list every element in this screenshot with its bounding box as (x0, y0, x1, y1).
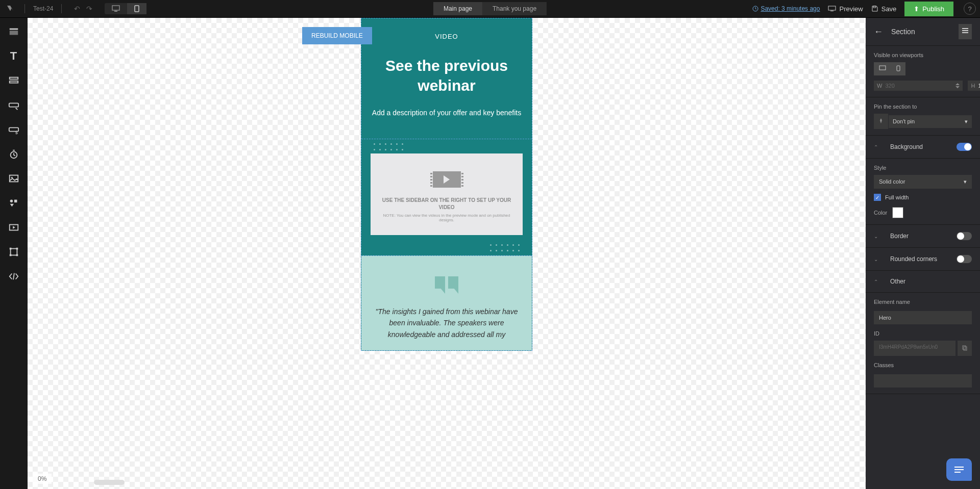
divider (24, 4, 25, 13)
video-player-section[interactable]: USE THE SIDEBAR ON THE RIGHT TO SET UP Y… (361, 139, 532, 255)
other-header[interactable]: ⌃ Other (866, 271, 980, 293)
redo-button[interactable]: ↷ (86, 5, 92, 13)
mobile-content[interactable]: VIDEO See the previous webinar Add a des… (361, 18, 532, 351)
width-stepper-down[interactable] (955, 86, 960, 88)
collapse-icon: ⌃ (874, 144, 878, 150)
background-title: Background (890, 143, 957, 150)
box-tool[interactable] (3, 241, 24, 263)
element-name-label: Element name (874, 299, 972, 305)
svg-rect-1 (114, 11, 117, 12)
help-button[interactable]: ? (964, 3, 976, 15)
visibility-section: Visible on viewports W H (866, 46, 980, 97)
timer-tool[interactable] (3, 143, 24, 165)
collapse-icon: ⌄ (874, 234, 878, 239)
svg-rect-28 (962, 30, 968, 31)
video-placeholder[interactable]: USE THE SIDEBAR ON THE RIGHT TO SET UP Y… (371, 153, 523, 235)
pin-section: Pin the section to Don't pin ▾ (866, 97, 980, 136)
svg-rect-26 (16, 254, 18, 256)
height-input[interactable] (978, 83, 980, 89)
payment-tool[interactable]: $ (3, 119, 24, 140)
svg-rect-22 (11, 249, 17, 255)
svg-rect-24 (16, 248, 18, 250)
desktop-visibility-toggle[interactable] (874, 62, 891, 75)
desktop-view-button[interactable] (105, 3, 127, 14)
tab-thank-you-page[interactable]: Thank you page (482, 2, 547, 15)
svg-rect-23 (10, 248, 12, 250)
collapse-icon: ⌃ (874, 279, 878, 285)
border-toggle[interactable] (957, 232, 972, 240)
video-title: See the previous webinar (372, 56, 522, 95)
width-input-group: W (874, 81, 963, 91)
svg-text:T: T (10, 50, 17, 62)
width-input[interactable] (885, 83, 955, 89)
mobile-visibility-toggle[interactable] (891, 62, 905, 75)
preview-label: Preview (839, 5, 863, 13)
svg-rect-0 (112, 6, 119, 10)
svg-rect-29 (962, 32, 968, 33)
undo-button[interactable]: ↶ (74, 5, 80, 13)
panel-header: ← Section (866, 18, 980, 46)
background-body: Style Solid color ▾ ✓ Full width Color (866, 159, 980, 225)
page-tabs: Main page Thank you page (433, 2, 547, 15)
pin-icon-button[interactable] (874, 114, 888, 129)
border-header[interactable]: ⌄ Border (866, 225, 980, 248)
topbar-left: Test-24 ↶ ↷ (4, 3, 146, 15)
chat-icon (954, 467, 964, 473)
style-select[interactable]: Solid color ▾ (874, 175, 972, 189)
section-tool[interactable] (3, 21, 24, 42)
svg-rect-6 (873, 6, 876, 8)
rebuild-mobile-button[interactable]: REBUILD MOBILE (302, 27, 372, 44)
width-stepper-up[interactable] (955, 83, 960, 85)
video-section[interactable]: VIDEO See the previous webinar Add a des… (361, 18, 532, 139)
classes-input[interactable] (874, 374, 972, 388)
saved-status-text: Saved: 3 minutes ago (761, 5, 820, 12)
svg-rect-20 (14, 200, 17, 203)
chat-button[interactable] (946, 458, 972, 481)
quote-icon (434, 276, 459, 296)
pin-select[interactable]: Don't pin ▾ (889, 115, 972, 128)
svg-rect-12 (9, 103, 18, 107)
save-button[interactable]: Save (871, 5, 897, 13)
full-width-checkbox[interactable]: ✓ (874, 194, 881, 201)
publish-label: Publish (922, 5, 944, 13)
form-tool[interactable] (3, 70, 24, 91)
preview-button[interactable]: Preview (828, 5, 863, 13)
rounded-toggle[interactable] (957, 255, 972, 263)
element-name-input[interactable] (874, 311, 972, 324)
publish-button[interactable]: ⬆Publish (904, 2, 953, 16)
app-logo[interactable] (4, 3, 16, 15)
color-swatch[interactable] (892, 207, 903, 218)
divider (61, 4, 62, 13)
video-tool[interactable] (3, 217, 24, 238)
visible-on-label: Visible on viewports (874, 52, 972, 58)
image-tool[interactable] (3, 168, 24, 189)
other-body: Element name ID I3mH4RPdA2P8wn5xUn0 Clas… (866, 293, 980, 394)
saved-status[interactable]: Saved: 3 minutes ago (752, 5, 820, 12)
video-instruction: USE THE SIDEBAR ON THE RIGHT TO SET UP Y… (381, 197, 512, 211)
width-label: W (877, 83, 882, 89)
background-toggle[interactable] (957, 143, 972, 151)
svg-rect-10 (10, 78, 18, 80)
svg-rect-7 (10, 29, 18, 30)
back-button[interactable]: ← (874, 27, 883, 37)
layers-button[interactable] (959, 24, 972, 39)
classes-label: Classes (874, 362, 972, 368)
background-header[interactable]: ⌃ Background (866, 136, 980, 159)
rounded-header[interactable]: ⌄ Rounded corners (866, 248, 980, 271)
shapes-tool[interactable] (3, 192, 24, 214)
testimonial-section[interactable]: "The insights I gained from this webinar… (361, 255, 532, 350)
canvas[interactable]: REBUILD MOBILE VIDEO See the previous we… (28, 18, 866, 489)
video-label: VIDEO (372, 33, 522, 40)
button-tool[interactable] (3, 94, 24, 116)
svg-rect-4 (828, 6, 836, 10)
svg-rect-11 (10, 81, 18, 83)
viewport-toggle (105, 3, 146, 14)
tab-main-page[interactable]: Main page (433, 2, 482, 15)
mobile-view-button[interactable] (127, 3, 146, 14)
text-tool[interactable]: T (3, 45, 24, 67)
decoration-dots (374, 143, 403, 150)
copy-id-button[interactable] (958, 341, 972, 356)
scroll-track[interactable] (94, 480, 125, 485)
code-tool[interactable] (3, 266, 24, 287)
id-label: ID (874, 330, 972, 337)
